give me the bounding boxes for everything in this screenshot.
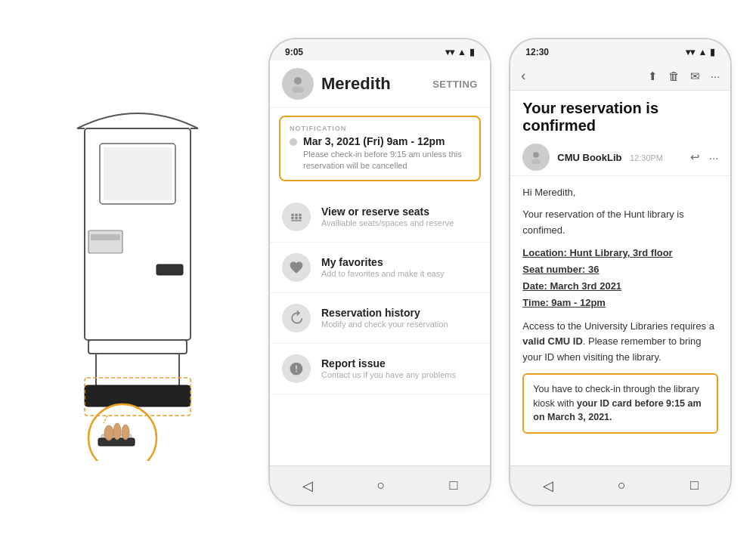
report-icon [282,354,311,383]
notif-label: NOTIFICATION [290,125,470,132]
favorites-title: My favorites [321,256,445,268]
nav-recents-1[interactable]: □ [450,478,458,493]
signal-icon-2: ▾▾ [686,47,695,57]
status-bar-2: 12:30 ▾▾ ▲ ▮ [510,39,730,60]
status-bar-1: 9:05 ▾▾ ▲ ▮ [270,39,490,60]
sender-info: CMU BookLib 12:30PM [557,150,663,164]
kiosk-diagram-section [24,15,251,529]
email-sender-row: CMU BookLib 12:30PM ↩ ··· [510,139,730,176]
svg-rect-2 [104,147,172,200]
phone-app: 9:05 ▾▾ ▲ ▮ Meredith SETTING NOTIFICATIO… [268,38,491,506]
detail-date: Date: March 3rd 2021 [522,279,718,295]
email-details: Location: Hunt Library, 3rd floor Seat n… [522,246,718,311]
view-seats-icon [282,202,311,231]
email-content: ‹ ⬆ 🗑 ✉ ··· Your reservation is confirme… [510,60,730,465]
notif-row: Mar 3, 2021 (Fri) 9am - 12pm Please chec… [290,135,470,172]
sender-time: 12:30PM [630,153,663,162]
email-header-bar: ‹ ⬆ 🗑 ✉ ··· [510,60,730,91]
more-options-icon[interactable]: ··· [709,151,719,164]
menu-list: View or reserve seats Availiable seats/s… [270,189,490,465]
nav-home-1[interactable]: ○ [377,478,386,493]
detail-location: Location: Hunt Library, 3rd floor [522,246,718,261]
email-title: Your reservation is confirmed [510,91,730,139]
menu-item-report[interactable]: Report issue Contact us if you have any … [270,344,490,394]
svg-rect-4 [91,234,120,240]
sender-name: CMU BookLib [557,152,621,163]
report-text: Report issue Contact us if you have any … [321,357,456,379]
app-content: Meredith SETTING NOTIFICATION Mar 3, 202… [270,60,490,465]
battery-icon: ▮ [469,47,475,57]
svg-point-20 [292,86,304,93]
history-title: Reservation history [321,307,448,319]
notification-card[interactable]: NOTIFICATION Mar 3, 2021 (Fri) 9am - 12p… [279,116,481,181]
detail-seat: Seat number: 36 [522,262,718,278]
nav-recents-2[interactable]: □ [690,478,699,493]
email-greeting: Hi Meredith, [522,185,718,201]
report-title: Report issue [321,357,456,369]
nav-home-2[interactable]: ○ [618,478,626,493]
more-icon[interactable]: ··· [711,70,720,82]
status-time-1: 9:05 [285,47,303,57]
favorites-icon [282,253,311,282]
svg-point-14 [104,425,113,440]
menu-item-view-seats[interactable]: View or reserve seats Availiable seats/s… [270,192,490,243]
signal-icon: ▾▾ [445,47,454,57]
notif-dot [290,138,297,146]
wifi-icon-2: ▲ [698,47,707,57]
setting-label[interactable]: SETTING [432,79,478,90]
email-highlight-box: You have to check-in through the library… [522,373,718,434]
status-time-2: 12:30 [525,47,549,57]
status-icons-1: ▾▾ ▲ ▮ [445,47,475,57]
reply-icon[interactable]: ↩ [690,150,700,164]
history-sub: Modify and check your reservation [321,320,448,329]
nav-back-1[interactable]: ◁ [302,478,313,494]
svg-point-22 [531,159,541,164]
svg-point-21 [534,152,540,158]
notif-description: Please check-in before 9:15 am unless th… [303,149,470,172]
svg-point-19 [294,77,302,85]
view-seats-sub: Availiable seats/spaces and reserve [321,218,454,227]
favorites-text: My favorites Add to favorites and make i… [321,256,445,278]
history-icon [282,304,311,332]
svg-rect-6 [88,340,187,354]
report-sub: Contact us if you have any problems [321,370,456,379]
app-header-left: Meredith [282,68,391,100]
phone-nav-bar-2: ◁ ○ □ [510,465,730,505]
email-sender-left: CMU BookLib 12:30PM [522,144,663,171]
svg-rect-5 [156,264,183,275]
sender-right: ↩ ··· [690,150,719,164]
email-para1: Your reservation of the Hunt library is … [522,207,718,239]
email-header-icons: ⬆ 🗑 ✉ ··· [648,70,720,83]
nav-back-2[interactable]: ◁ [543,478,553,494]
svg-point-15 [113,423,121,440]
wifi-icon: ▲ [457,47,466,57]
status-icons-2: ▾▾ ▲ ▮ [686,47,715,57]
app-header: Meredith SETTING [270,60,490,108]
menu-item-history[interactable]: Reservation history Modify and check you… [270,293,490,344]
email-access-note: Access to the University Libraries requi… [522,319,718,366]
notif-title: Mar 3, 2021 (Fri) 9am - 12pm [303,135,470,147]
user-avatar [282,68,314,100]
svg-rect-8 [85,385,191,406]
svg-rect-3 [88,230,122,253]
view-seats-title: View or reserve seats [321,206,454,218]
email-back-button[interactable]: ‹ [521,68,525,84]
email-body: Hi Meredith, Your reservation of the Hun… [510,176,730,465]
sender-avatar [522,144,550,171]
phone-email: 12:30 ▾▾ ▲ ▮ ‹ ⬆ 🗑 ✉ ··· Your reservatio… [509,38,732,506]
menu-item-favorites[interactable]: My favorites Add to favorites and make i… [270,243,490,293]
detail-time: Time: 9am - 12pm [522,295,718,311]
history-text: Reservation history Modify and check you… [321,307,448,329]
notif-content: Mar 3, 2021 (Fri) 9am - 12pm Please chec… [303,135,470,172]
mail-icon[interactable]: ✉ [690,70,700,83]
battery-icon-2: ▮ [710,47,715,57]
favorites-sub: Add to favorites and make it easy [321,269,445,278]
view-seats-text: View or reserve seats Availiable seats/s… [321,206,454,227]
kiosk-svg [47,83,228,461]
delete-icon[interactable]: 🗑 [668,70,680,82]
app-username: Meredith [321,74,391,94]
archive-icon[interactable]: ⬆ [648,70,658,83]
svg-point-16 [122,425,129,440]
phone-nav-bar-1: ◁ ○ □ [270,465,490,505]
